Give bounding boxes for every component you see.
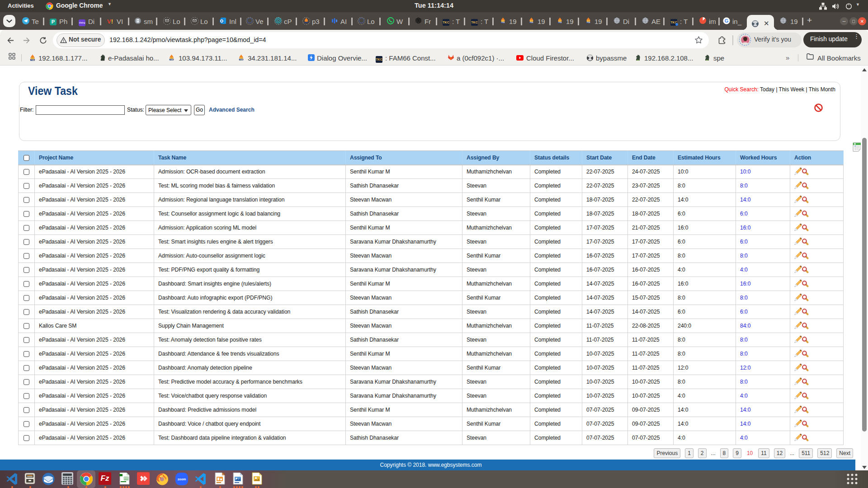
svg-text:G: G <box>725 18 729 23</box>
svg-text:PMA: PMA <box>587 22 590 23</box>
svg-text:PMA: PMA <box>31 59 34 61</box>
svg-text:zoom: zoom <box>178 478 186 481</box>
svg-text:PMA: PMA <box>501 22 505 23</box>
svg-text:PMA: PMA <box>170 59 174 61</box>
svg-text:PMA: PMA <box>530 22 533 23</box>
svg-text:PMA: PMA <box>558 22 562 23</box>
svg-text:PMA: PMA <box>240 59 243 61</box>
